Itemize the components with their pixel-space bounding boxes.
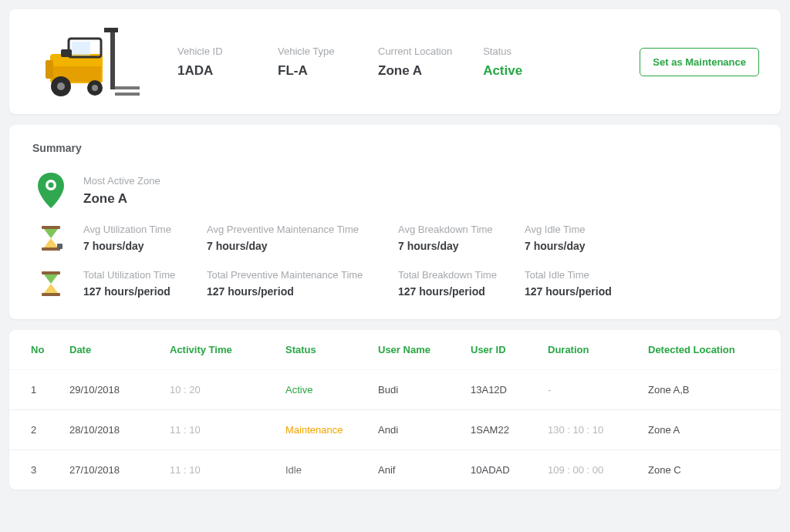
svg-rect-20 bbox=[42, 293, 60, 296]
cell-status: Maintenance bbox=[285, 424, 378, 436]
svg-rect-18 bbox=[57, 244, 62, 249]
col-user-id: User ID bbox=[471, 344, 548, 355]
col-activity-time: Activity Time bbox=[170, 344, 285, 355]
stat-value: 127 hours/period bbox=[207, 285, 398, 298]
table-row[interactable]: 228/10/201811 : 10MaintenanceAndi1SAM221… bbox=[9, 410, 781, 450]
field-label: Status bbox=[483, 45, 552, 57]
cell-user-id: 13A12D bbox=[471, 384, 548, 396]
stat-avg-preventive: Avg Preventive Maintenance Time 7 hours/… bbox=[207, 224, 398, 252]
stat-value: 127 hours/period bbox=[525, 285, 640, 298]
activity-table: No Date Activity Time Status User Name U… bbox=[9, 330, 781, 490]
summary-title: Summary bbox=[32, 142, 758, 154]
col-no: No bbox=[31, 344, 69, 355]
vehicle-header-card: Vehicle ID 1ADA Vehicle Type FL-A Curren… bbox=[9, 9, 781, 114]
cell-detected-location: Zone A,B bbox=[648, 384, 759, 396]
cell-no: 3 bbox=[31, 464, 69, 476]
vehicle-header-fields: Vehicle ID 1ADA Vehicle Type FL-A Curren… bbox=[177, 45, 640, 79]
svg-rect-3 bbox=[104, 28, 118, 32]
cell-user-id: 1SAM22 bbox=[471, 424, 548, 436]
svg-rect-1 bbox=[115, 86, 140, 89]
hourglass-icon bbox=[32, 269, 69, 298]
table-row[interactable]: 129/10/201810 : 20ActiveBudi13A12D-Zone … bbox=[9, 370, 781, 410]
svg-rect-16 bbox=[42, 226, 60, 229]
svg-point-12 bbox=[92, 85, 98, 91]
cell-duration: 130 : 10 : 10 bbox=[548, 424, 648, 436]
field-vehicle-type: Vehicle Type FL-A bbox=[278, 45, 347, 79]
col-date: Date bbox=[69, 344, 170, 355]
stat-label: Total Preventive Maintenance Time bbox=[207, 269, 398, 281]
svg-rect-7 bbox=[72, 42, 90, 56]
stat-value: 127 hours/period bbox=[83, 285, 207, 298]
total-stats-row: Total Utilization Time 127 hours/period … bbox=[32, 269, 758, 298]
stat-total-utilization: Total Utilization Time 127 hours/period bbox=[83, 269, 207, 298]
cell-date: 29/10/2018 bbox=[69, 384, 170, 396]
cell-no: 2 bbox=[31, 424, 69, 436]
cell-activity-time: 11 : 10 bbox=[170, 424, 285, 436]
stat-label: Avg Breakdown Time bbox=[398, 224, 525, 235]
stat-total-idle: Total Idle Time 127 hours/period bbox=[525, 269, 640, 298]
field-status: Status Active bbox=[483, 45, 552, 79]
stat-label: Avg Idle Time bbox=[525, 224, 640, 235]
svg-point-15 bbox=[49, 183, 54, 188]
cell-no: 1 bbox=[31, 384, 69, 396]
avg-stats-row: Avg Utilization Time 7 hours/day Avg Pre… bbox=[32, 224, 758, 252]
svg-point-10 bbox=[57, 82, 65, 90]
stat-value: 7 hours/day bbox=[207, 240, 398, 252]
stat-total-breakdown: Total Breakdown Time 127 hours/period bbox=[398, 269, 525, 298]
cell-status: Active bbox=[285, 384, 378, 396]
cell-user-name: Andi bbox=[378, 424, 471, 436]
cell-detected-location: Zone A bbox=[648, 424, 759, 436]
cell-date: 28/10/2018 bbox=[69, 424, 170, 436]
table-row[interactable]: 327/10/201811 : 10IdleAnif10ADAD109 : 00… bbox=[9, 450, 781, 490]
svg-rect-0 bbox=[110, 29, 115, 89]
svg-rect-2 bbox=[115, 93, 140, 96]
set-maintenance-button[interactable]: Set as Maintenance bbox=[640, 48, 759, 76]
zone-label: Most Active Zone bbox=[83, 175, 160, 187]
field-label: Vehicle Type bbox=[278, 45, 347, 57]
table-header: No Date Activity Time Status User Name U… bbox=[9, 330, 781, 370]
stat-label: Total Utilization Time bbox=[83, 269, 207, 281]
col-duration: Duration bbox=[548, 344, 648, 355]
field-value: Zone A bbox=[378, 63, 452, 79]
col-detected-location: Detected Location bbox=[648, 344, 759, 355]
cell-duration: - bbox=[548, 384, 648, 396]
map-pin-icon bbox=[32, 171, 69, 210]
cell-user-name: Budi bbox=[378, 384, 471, 396]
stat-label: Total Idle Time bbox=[525, 269, 640, 281]
field-value: 1ADA bbox=[177, 63, 247, 79]
field-label: Current Location bbox=[378, 45, 452, 57]
stat-label: Total Breakdown Time bbox=[398, 269, 525, 281]
hourglass-icon bbox=[32, 224, 69, 252]
cell-activity-time: 11 : 10 bbox=[170, 464, 285, 476]
most-active-zone-row: Most Active Zone Zone A bbox=[32, 171, 758, 210]
cell-status: Idle bbox=[285, 464, 378, 476]
svg-rect-8 bbox=[61, 49, 72, 57]
stat-avg-utilization: Avg Utilization Time 7 hours/day bbox=[83, 224, 207, 252]
forklift-image bbox=[31, 23, 147, 100]
stat-value: 7 hours/day bbox=[83, 240, 207, 252]
field-value: FL-A bbox=[278, 63, 347, 79]
col-status: Status bbox=[285, 344, 378, 355]
most-active-zone-text: Most Active Zone Zone A bbox=[83, 175, 160, 207]
cell-activity-time: 10 : 20 bbox=[170, 384, 285, 396]
svg-rect-13 bbox=[46, 60, 53, 79]
field-label: Vehicle ID bbox=[177, 45, 247, 57]
cell-detected-location: Zone C bbox=[648, 464, 759, 476]
zone-value: Zone A bbox=[83, 191, 160, 207]
cell-date: 27/10/2018 bbox=[69, 464, 170, 476]
stat-value: 7 hours/day bbox=[525, 240, 640, 252]
stat-avg-breakdown: Avg Breakdown Time 7 hours/day bbox=[398, 224, 525, 252]
stat-value: 7 hours/day bbox=[398, 240, 525, 252]
field-current-location: Current Location Zone A bbox=[378, 45, 452, 79]
summary-card: Summary Most Active Zone Zone A bbox=[9, 125, 781, 319]
cell-duration: 109 : 00 : 00 bbox=[548, 464, 648, 476]
field-vehicle-id: Vehicle ID 1ADA bbox=[177, 45, 247, 79]
stat-total-preventive: Total Preventive Maintenance Time 127 ho… bbox=[207, 269, 398, 298]
stat-value: 127 hours/period bbox=[398, 285, 525, 298]
field-value: Active bbox=[483, 63, 552, 79]
cell-user-name: Anif bbox=[378, 464, 471, 476]
stat-label: Avg Utilization Time bbox=[83, 224, 207, 235]
svg-rect-19 bbox=[42, 271, 60, 274]
stat-label: Avg Preventive Maintenance Time bbox=[207, 224, 398, 235]
cell-user-id: 10ADAD bbox=[471, 464, 548, 476]
